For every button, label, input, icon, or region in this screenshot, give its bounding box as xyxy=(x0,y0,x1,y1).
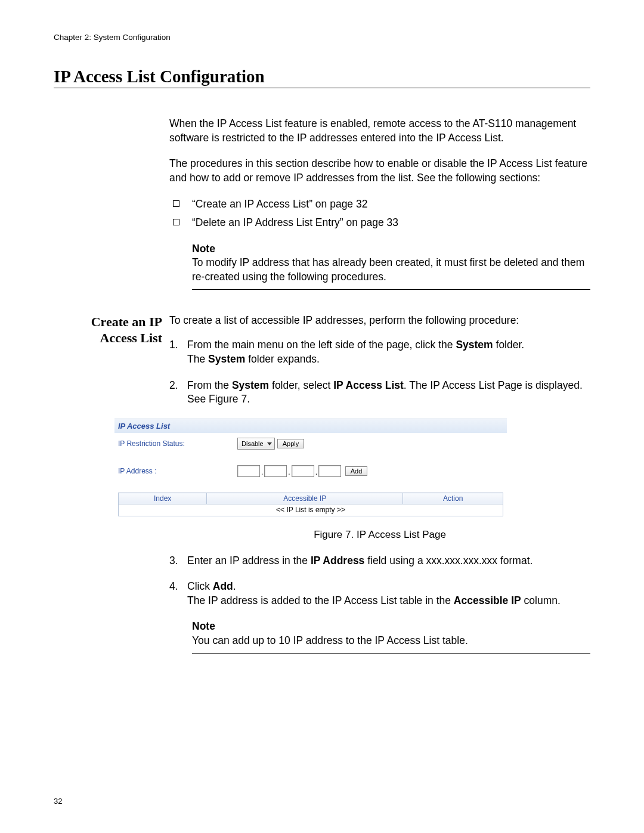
ip-octet-2[interactable] xyxy=(264,465,287,477)
ip-octet-4[interactable] xyxy=(318,465,341,477)
empty-row: << IP List is empty >> xyxy=(119,504,503,516)
panel-title: IP Access List xyxy=(114,419,507,433)
ip-octet-3[interactable] xyxy=(292,465,314,477)
page-title: IP Access List Configuration xyxy=(54,67,590,88)
note-text: You can add up to 10 IP address to the I… xyxy=(192,634,590,648)
cross-reference-list: “Create an IP Access List” on page 32 “D… xyxy=(169,197,590,230)
panel-body: IP Restriction Status: Disable Apply IP … xyxy=(114,433,507,519)
col-action: Action xyxy=(403,493,503,504)
list-item: “Delete an IP Address List Entry” on pag… xyxy=(169,216,590,230)
ip-octet-1[interactable] xyxy=(237,465,260,477)
apply-button[interactable]: Apply xyxy=(277,439,305,448)
col-index: Index xyxy=(119,493,207,504)
step-4: 4. Click Add. The IP address is added to… xyxy=(169,580,590,608)
chevron-down-icon xyxy=(267,442,272,445)
add-button[interactable]: Add xyxy=(345,466,368,476)
ip-address-row: IP Address : . . . Add xyxy=(118,465,503,477)
chapter-header: Chapter 2: System Configuration xyxy=(54,33,590,42)
subsection-intro: To create a list of accessible IP addres… xyxy=(169,314,590,328)
step-number: 1. xyxy=(169,338,178,352)
step-number: 4. xyxy=(169,580,178,594)
note-label: Note xyxy=(192,620,590,634)
figure-7: IP Access List IP Restriction Status: Di… xyxy=(114,419,507,520)
ip-restriction-label: IP Restriction Status: xyxy=(118,439,237,448)
ip-restriction-row: IP Restriction Status: Disable Apply xyxy=(118,438,503,450)
col-accessible-ip: Accessible IP xyxy=(207,493,403,504)
document-page: Chapter 2: System Configuration IP Acces… xyxy=(0,0,644,833)
intro-paragraph-2: The procedures in this section describe … xyxy=(169,157,590,185)
step-number: 2. xyxy=(169,379,178,393)
procedure-list: 1. From the main menu on the left side o… xyxy=(169,338,590,407)
ip-restriction-select[interactable]: Disable xyxy=(237,438,275,450)
ip-access-table: Index Accessible IP Action << IP List is… xyxy=(118,493,503,516)
list-item: “Create an IP Access List” on page 32 xyxy=(169,197,590,212)
subsection-heading: Create an IP Access List xyxy=(54,314,162,346)
page-number: 32 xyxy=(54,797,62,806)
figure-caption: Figure 7. IP Access List Page xyxy=(169,528,590,542)
ip-address-label: IP Address : xyxy=(118,466,237,476)
note-block: Note To modify IP address that has alrea… xyxy=(192,242,590,290)
intro-paragraph-1: When the IP Access List feature is enabl… xyxy=(169,117,590,145)
step-number: 3. xyxy=(169,554,178,568)
intro-section: When the IP Access List feature is enabl… xyxy=(54,117,590,297)
note-label: Note xyxy=(192,242,590,256)
note-text: To modify IP address that has already be… xyxy=(192,256,590,284)
step-2: 2. From the System folder, select IP Acc… xyxy=(169,379,590,407)
note-block: Note You can add up to 10 IP address to … xyxy=(192,620,590,653)
step-1: 1. From the main menu on the left side o… xyxy=(169,338,590,366)
create-section: Create an IP Access List To create a lis… xyxy=(54,314,590,661)
procedure-list-continued: 3. Enter an IP address in the IP Address… xyxy=(169,554,590,608)
step-3: 3. Enter an IP address in the IP Address… xyxy=(169,554,590,568)
